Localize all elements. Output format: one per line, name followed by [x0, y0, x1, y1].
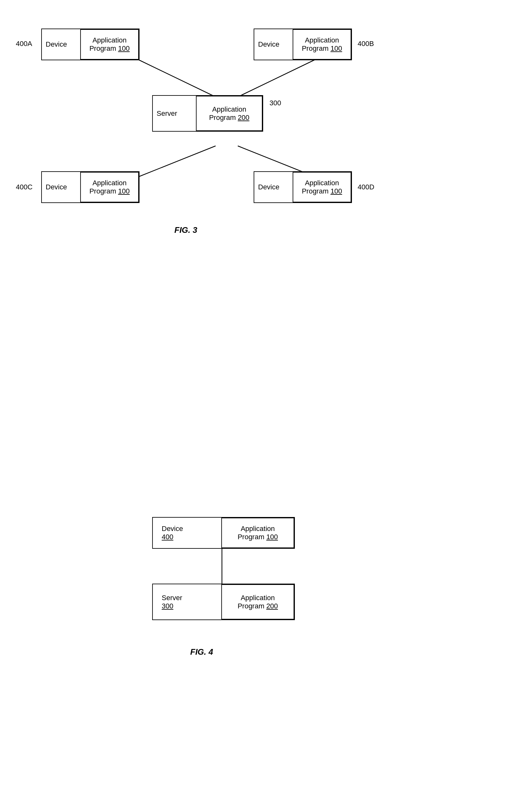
svg-line-2 [136, 146, 216, 178]
fig4-prog-label2: Program 200 [238, 602, 278, 610]
fig4-prog-label1: Program 100 [238, 533, 278, 541]
device-400c-app: Application [93, 179, 127, 187]
device-400a-box: Device Application Program 100 [41, 28, 140, 60]
fig4-device-box: Device 400 Application Program 100 [152, 517, 295, 549]
device-400a-label: Device [42, 40, 71, 48]
device-400b-label: Device [254, 40, 283, 48]
fig4-server-box: Server 300 Application Program 200 [152, 584, 295, 620]
device-400b-box: Device Application Program 100 [253, 28, 352, 60]
device-400a-inner: Application Program 100 [80, 29, 139, 60]
fig4-device-label: Device [158, 525, 187, 533]
server-300-inner: Application Program 200 [196, 96, 263, 131]
fig4-section: Device 400 Application Program 100 Serve… [0, 511, 532, 695]
fig4-device-ref: 400 [158, 533, 173, 541]
fig3-label: FIG. 3 [174, 225, 197, 235]
server-300-app: Application [212, 105, 246, 114]
device-400c-prog: Program 100 [90, 187, 130, 195]
ref-400b: 400B [358, 40, 374, 48]
device-400a-app: Application [93, 36, 127, 44]
fig4-label: FIG. 4 [190, 647, 213, 657]
device-400a-prog: Program 100 [90, 44, 130, 53]
fig4-app-label1: Application [241, 525, 275, 533]
device-400d-box: Device Application Program 100 [253, 171, 352, 203]
ref-300-fig3: 300 [269, 99, 281, 107]
server-300-box: Server Application Program 200 [152, 95, 263, 132]
device-400d-inner: Application Program 100 [293, 172, 351, 202]
fig4-server-ref: 300 [158, 602, 173, 610]
device-400b-inner: Application Program 100 [293, 29, 351, 60]
device-400d-app: Application [305, 179, 339, 187]
device-400b-app: Application [305, 36, 339, 44]
device-400d-label: Device [254, 183, 283, 191]
device-400c-inner: Application Program 100 [80, 172, 139, 202]
server-300-prog: Program 200 [209, 114, 249, 122]
device-400b-prog: Program 100 [302, 44, 342, 53]
server-300-label: Server [153, 110, 181, 118]
fig4-server-label: Server [158, 594, 186, 602]
fig4-app-label2: Application [241, 594, 275, 602]
ref-400c: 400C [16, 183, 33, 191]
device-400d-prog: Program 100 [302, 187, 342, 195]
device-400c-label: Device [42, 183, 71, 191]
ref-400d: 400D [358, 183, 374, 191]
fig4-device-inner: Application Program 100 [221, 518, 294, 548]
device-400c-box: Device Application Program 100 [41, 171, 140, 203]
ref-400a: 400A [16, 40, 32, 48]
fig4-server-inner: Application Program 200 [221, 584, 294, 620]
fig3-section: Device Application Program 100 400A Devi… [0, 9, 532, 251]
